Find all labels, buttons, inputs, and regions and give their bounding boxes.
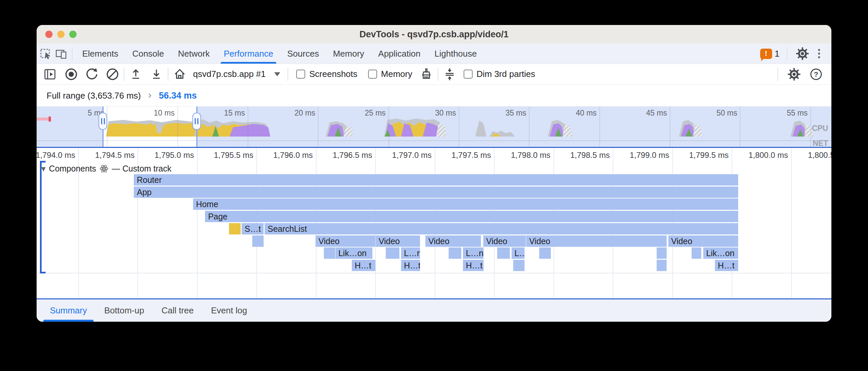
flame-bar[interactable] (539, 248, 551, 259)
flame-bar-page[interactable]: Page (205, 211, 738, 222)
flame-bar-video[interactable]: Video (526, 235, 666, 247)
reload-icon (84, 66, 99, 82)
dim-3rd-parties-label: Dim 3rd parties (476, 69, 535, 79)
tab-console[interactable]: Console (125, 44, 171, 64)
cpu-net-separator (37, 141, 831, 141)
flame-bar-l-n[interactable]: L…n (512, 248, 525, 259)
flame-bar[interactable] (324, 248, 335, 259)
flame-tick-label: 1,795.0 ms (154, 150, 194, 160)
flame-bar[interactable] (513, 260, 525, 271)
timeline-overview[interactable]: 5 ms10 ms15 ms20 ms25 ms30 ms35 ms40 ms4… (37, 107, 831, 147)
garbage-collect-icon (419, 67, 434, 82)
flame-bar-router[interactable]: Router (134, 174, 738, 186)
flame-bar[interactable] (229, 223, 241, 234)
flame-bar-video[interactable]: Video (483, 235, 526, 247)
tab-application[interactable]: Application (371, 44, 427, 64)
traffic-lights (45, 31, 76, 38)
record-button[interactable] (63, 66, 80, 83)
flame-bar-video[interactable]: Video (376, 235, 420, 247)
issues-count: 1 (775, 49, 779, 59)
device-toolbar-icon (54, 46, 69, 61)
memory-checkbox[interactable] (368, 69, 377, 79)
tab-sources[interactable]: Sources (280, 44, 326, 64)
dim-3rd-parties-checkbox[interactable] (464, 69, 473, 79)
flame-bar-lik-on[interactable]: Lik…on (703, 248, 738, 259)
flame-bar-h-t[interactable]: H…t (463, 260, 484, 271)
bottom-tab-event-log[interactable]: Event log (203, 299, 256, 322)
devtools-window: DevTools - qsvd7p.csb.app/video/1 Elemen… (37, 25, 831, 322)
save-profile-button[interactable] (148, 66, 165, 83)
dim-3rd-parties-checkbox-row[interactable]: Dim 3rd parties (464, 69, 535, 79)
flame-bar-video[interactable]: Video (315, 235, 375, 247)
toolbar-right: ? (775, 66, 831, 83)
track-suffix: — Custom track (112, 164, 172, 173)
breadcrumb-full-range[interactable]: Full range (3,653.76 ms) (46, 91, 141, 101)
flame-bar-home[interactable]: Home (193, 199, 738, 210)
screenshots-checkbox-row[interactable]: Screenshots (296, 69, 358, 79)
minimize-window-button[interactable] (57, 31, 65, 38)
bottom-tab-summary[interactable]: Summary (41, 299, 95, 322)
minimap-handle-grip[interactable] (192, 113, 201, 130)
close-window-button[interactable] (45, 31, 53, 38)
flame-bar[interactable] (657, 260, 666, 271)
inspect-element-button[interactable] (39, 46, 54, 61)
flame-bar-lik-on[interactable]: Lik…on (336, 248, 372, 259)
help-button[interactable]: ? (807, 66, 825, 83)
flame-bar[interactable] (692, 248, 701, 259)
flame-bar[interactable] (386, 248, 399, 259)
flame-tick-label: 1,798.5 ms (570, 150, 610, 160)
ignore-listing-button[interactable] (441, 66, 458, 83)
flame-bar-video[interactable]: Video (425, 235, 481, 247)
flame-bar-l-n[interactable]: L…n (401, 248, 420, 259)
screenshots-checkbox[interactable] (296, 69, 305, 79)
divider (777, 67, 778, 81)
track-header[interactable]: ▼ Components — Custom track (41, 164, 172, 173)
clear-button[interactable] (104, 66, 121, 83)
flame-bar-l-n[interactable]: L…n (463, 248, 484, 259)
flame-chart[interactable]: 1,794.0 ms1,794.5 ms1,795.0 ms1,795.5 ms… (37, 148, 831, 298)
devtools-tab-bar: ElementsConsoleNetworkPerformanceSources… (37, 44, 831, 64)
flame-tick-label: 1,796.5 ms (333, 150, 372, 160)
divider (438, 67, 438, 81)
flame-bar-searchlist[interactable]: SearchList (265, 223, 738, 234)
home-button[interactable] (171, 66, 188, 83)
tab-network[interactable]: Network (171, 44, 217, 64)
minimap-tick-label: 25 ms (365, 109, 386, 118)
history-selector[interactable]: qsvd7p.csb.app #1 (188, 69, 285, 79)
bottom-tab-call-tree[interactable]: Call tree (153, 299, 203, 322)
flame-bar[interactable] (252, 235, 264, 247)
flame-tick-label: 1,800.0 ms (748, 150, 788, 160)
flame-bar[interactable] (497, 248, 510, 259)
flame-tick-label: 1,798.0 ms (511, 150, 551, 160)
more-options-button[interactable] (815, 48, 824, 60)
bottom-tab-bottom-up[interactable]: Bottom-up (95, 299, 153, 322)
help-icon: ? (808, 66, 824, 82)
flame-bar-h-t[interactable]: H…t (715, 260, 738, 271)
maximize-window-button[interactable] (69, 31, 76, 38)
toggle-sidebar-button[interactable] (41, 66, 59, 83)
tab-performance[interactable]: Performance (217, 44, 280, 64)
tab-lighthouse[interactable]: Lighthouse (428, 44, 484, 64)
settings-button[interactable] (795, 46, 810, 61)
flame-bar-s-t[interactable]: S…t (242, 223, 264, 234)
collapse-triangle-icon[interactable]: ▼ (41, 166, 45, 172)
flame-bar[interactable] (657, 248, 666, 259)
flame-bar-h-t[interactable]: H…t (401, 260, 420, 271)
flame-bar-h-t[interactable]: H…t (352, 260, 375, 271)
flame-bar-video[interactable]: Video (668, 235, 738, 247)
minimap-tick-label: 15 ms (224, 109, 245, 118)
load-profile-button[interactable] (127, 66, 145, 83)
gear-icon (786, 66, 802, 82)
tab-memory[interactable]: Memory (326, 44, 371, 64)
flame-bar[interactable] (448, 248, 461, 259)
flame-bar-app[interactable]: App (134, 187, 738, 198)
tab-elements[interactable]: Elements (75, 44, 125, 64)
collect-garbage-button[interactable] (418, 66, 435, 83)
capture-settings-button[interactable] (785, 66, 803, 83)
record-and-reload-button[interactable] (83, 66, 100, 83)
toggle-device-toolbar-button[interactable] (54, 46, 69, 61)
issues-counter[interactable]: ! 1 (760, 49, 779, 59)
breadcrumb-selection[interactable]: 56.34 ms (159, 91, 197, 101)
minimap-handle-grip[interactable] (98, 113, 107, 130)
memory-checkbox-row[interactable]: Memory (368, 69, 412, 79)
